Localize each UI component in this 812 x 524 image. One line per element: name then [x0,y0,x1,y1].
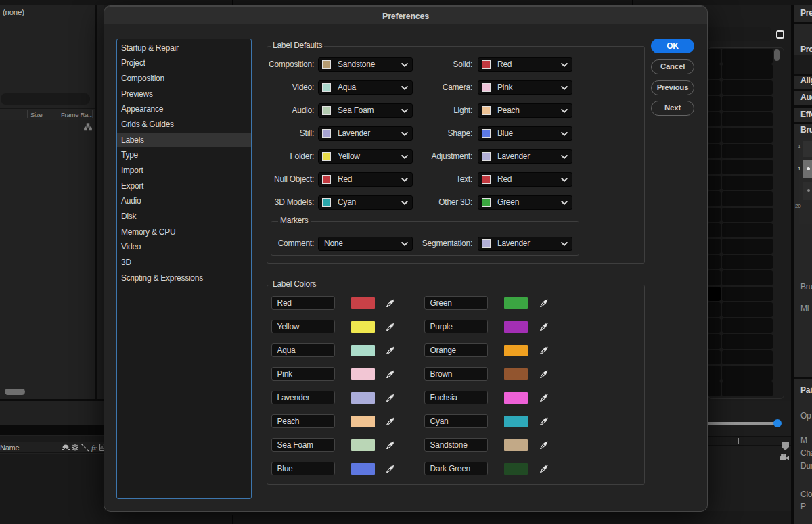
svg-text:fx: fx [91,444,97,452]
